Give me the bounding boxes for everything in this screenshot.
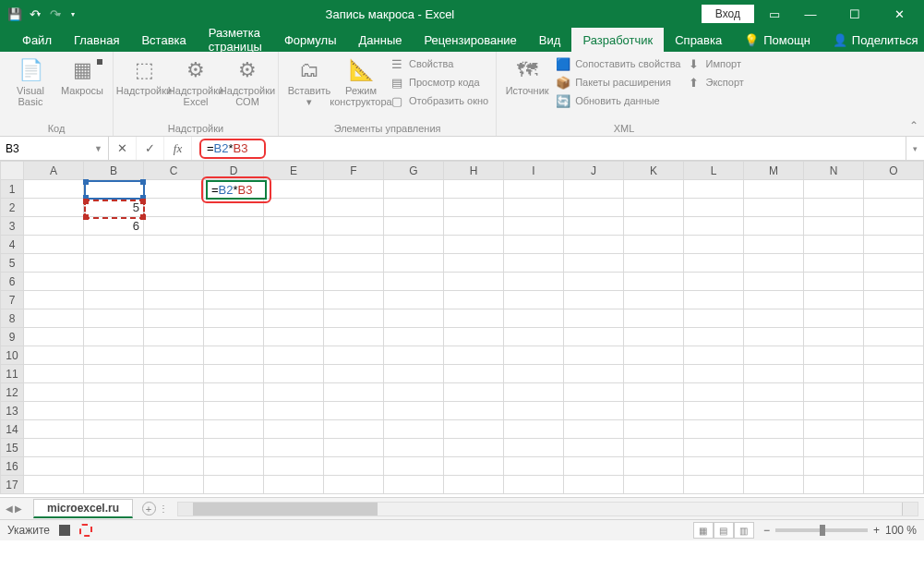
cell[interactable]	[564, 180, 624, 199]
cell[interactable]	[324, 199, 384, 217]
scrollbar-thumb[interactable]	[193, 503, 378, 515]
cancel-formula-button[interactable]: ✕	[109, 137, 137, 160]
cell[interactable]	[144, 383, 204, 402]
cell[interactable]	[744, 420, 804, 439]
expansion-packs-button[interactable]: 📦Пакеты расширения	[554, 74, 682, 91]
column-header[interactable]: E	[264, 162, 324, 180]
cell[interactable]	[144, 180, 204, 199]
cell[interactable]	[744, 309, 804, 328]
cell[interactable]	[804, 199, 864, 217]
column-header[interactable]: F	[324, 162, 384, 180]
cell[interactable]	[684, 236, 744, 254]
cell[interactable]	[204, 199, 264, 217]
cell[interactable]	[744, 254, 804, 273]
run-dialog-button[interactable]: ▢Отобразить окно	[388, 92, 490, 109]
cell[interactable]	[444, 309, 504, 328]
cell[interactable]	[864, 383, 924, 402]
cell[interactable]	[684, 254, 744, 273]
tab-view[interactable]: Вид	[528, 28, 572, 52]
cell[interactable]	[384, 328, 444, 346]
cell[interactable]	[384, 402, 444, 420]
cell[interactable]	[264, 420, 324, 439]
cell[interactable]	[684, 383, 744, 402]
column-header[interactable]: H	[444, 162, 504, 180]
tell-me[interactable]: 💡Помощн	[733, 28, 822, 52]
cell[interactable]	[504, 457, 564, 476]
expand-formula-bar-icon[interactable]: ▾	[906, 137, 924, 160]
cell[interactable]	[744, 328, 804, 346]
cell[interactable]	[804, 328, 864, 346]
cell[interactable]	[384, 365, 444, 383]
view-code-button[interactable]: ▤Просмотр кода	[388, 74, 490, 91]
cell[interactable]	[24, 254, 84, 273]
cell[interactable]	[144, 346, 204, 365]
cell[interactable]	[624, 328, 684, 346]
cell-editor[interactable]: =B2*B3	[206, 180, 267, 200]
cell[interactable]	[84, 346, 144, 365]
cell[interactable]	[804, 309, 864, 328]
insert-control-button[interactable]: 🗂Вставить▾	[284, 55, 334, 109]
cell[interactable]	[744, 476, 804, 494]
column-header[interactable]: G	[384, 162, 444, 180]
cell[interactable]	[204, 346, 264, 365]
column-header[interactable]: N	[804, 162, 864, 180]
cell[interactable]	[624, 420, 684, 439]
cell[interactable]	[444, 476, 504, 494]
cell[interactable]	[504, 328, 564, 346]
cell[interactable]	[444, 199, 504, 217]
cell[interactable]	[744, 365, 804, 383]
row-header[interactable]: 4	[1, 236, 24, 254]
cell[interactable]	[84, 439, 144, 457]
excel-addins-button[interactable]: ⚙Надстройки Excel	[171, 55, 221, 109]
nav-prev-icon[interactable]: ◀	[6, 503, 13, 514]
cell[interactable]	[144, 420, 204, 439]
tab-scroll-splitter[interactable]: ⋮	[159, 503, 164, 514]
cell[interactable]	[684, 402, 744, 420]
cell[interactable]	[24, 328, 84, 346]
design-mode-button[interactable]: 📐Режим конструктора	[336, 55, 386, 109]
cell[interactable]	[144, 199, 204, 217]
cell[interactable]	[84, 328, 144, 346]
cell[interactable]	[624, 236, 684, 254]
cell[interactable]	[264, 273, 324, 291]
cell[interactable]	[804, 273, 864, 291]
cell[interactable]	[864, 309, 924, 328]
column-header[interactable]: J	[564, 162, 624, 180]
cell[interactable]	[264, 199, 324, 217]
cell[interactable]	[84, 236, 144, 254]
tab-developer[interactable]: Разработчик	[571, 28, 664, 52]
maximize-button[interactable]: ☐	[839, 7, 870, 21]
cell[interactable]	[744, 217, 804, 236]
cell[interactable]	[684, 199, 744, 217]
cell[interactable]	[864, 254, 924, 273]
row-header[interactable]: 15	[1, 439, 24, 457]
cell[interactable]	[864, 457, 924, 476]
cell[interactable]	[564, 402, 624, 420]
cell[interactable]	[864, 180, 924, 199]
cell[interactable]	[624, 402, 684, 420]
cell[interactable]	[264, 236, 324, 254]
xml-import-button[interactable]: ⬇Импорт	[684, 55, 745, 72]
cell[interactable]: 6	[84, 217, 144, 236]
column-header[interactable]: D	[204, 162, 264, 180]
cell[interactable]	[204, 383, 264, 402]
cell[interactable]	[384, 217, 444, 236]
cell[interactable]	[324, 476, 384, 494]
cell[interactable]	[744, 457, 804, 476]
cell[interactable]	[444, 291, 504, 309]
cell[interactable]	[144, 457, 204, 476]
cell[interactable]	[744, 291, 804, 309]
row-header[interactable]: 14	[1, 420, 24, 439]
cell[interactable]	[84, 402, 144, 420]
horizontal-scrollbar[interactable]	[177, 502, 918, 516]
cell[interactable]	[564, 457, 624, 476]
cell[interactable]	[264, 365, 324, 383]
cell[interactable]	[504, 420, 564, 439]
cell[interactable]	[324, 457, 384, 476]
cell[interactable]	[324, 420, 384, 439]
cell[interactable]	[324, 254, 384, 273]
cell[interactable]	[684, 273, 744, 291]
column-header[interactable]: K	[624, 162, 684, 180]
macros-button[interactable]: ▦Макросы	[57, 55, 107, 98]
cell[interactable]	[384, 180, 444, 199]
